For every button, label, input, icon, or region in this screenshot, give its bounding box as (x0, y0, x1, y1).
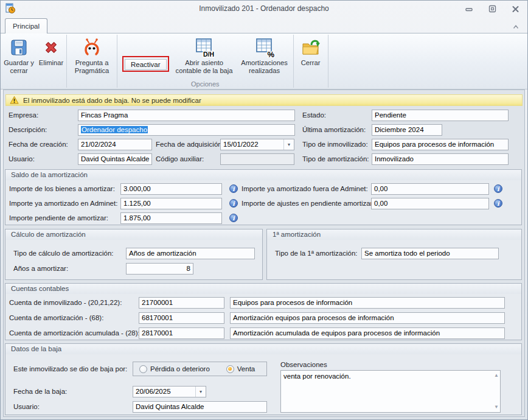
tab-strip: Principal (1, 16, 527, 33)
ultima-amortizacion-field[interactable]: Diciembre 2024 (372, 124, 442, 136)
pendiente-field[interactable]: 1.875,00 (120, 212, 222, 224)
radio-perdida[interactable]: Pérdida o deterioro (139, 365, 210, 373)
cuenta-desc-field[interactable]: Equipos para procesos de información (230, 297, 505, 309)
robot-icon (82, 37, 102, 58)
table-percent-icon: % (254, 37, 275, 58)
tipo-primera-field[interactable]: Se amortiza todo el periodo (361, 248, 499, 259)
scroll-up-icon[interactable]: ▲ (494, 373, 499, 379)
warning-text: El inmovilizado está dado de baja. No se… (23, 97, 201, 104)
open-entry-button[interactable]: D/H Abrir asiento contable de la baja (172, 34, 237, 80)
info-icon[interactable]: i (494, 184, 502, 193)
reactivar-button[interactable]: Reactivar (125, 59, 167, 70)
info-icon[interactable]: i (229, 184, 238, 193)
tipo-amortizacion-field[interactable]: Inmovilizado (372, 153, 509, 165)
fecha-creacion-field[interactable]: 21/02/2024 (78, 139, 152, 150)
tipo-inmovilizado-field[interactable]: Equipos para procesos de información (372, 139, 509, 150)
minimize-button[interactable] (464, 5, 474, 13)
warning-icon (10, 96, 19, 105)
saldo-row: Importe de los bienes a amortizar: 3.000… (5, 183, 521, 195)
form-row: Empresa: Fincas Pragma Estado: Pendiente (4, 110, 524, 121)
radio-venta[interactable]: Venta (226, 365, 255, 373)
scroll-down-icon[interactable]: ▼ (494, 404, 499, 410)
saldo-row: Importe pendiente de amortizar: 1.875,00… (5, 212, 521, 224)
adminet-label: Importe ya amortizado en Adminet: (9, 198, 117, 209)
primera-group: 1ª amortización Tipo de la 1ª amortizaci… (266, 229, 522, 280)
saldo-row: Importe ya amortizado en Adminet: 1.125,… (5, 198, 521, 209)
estado-field[interactable]: Pendiente (372, 110, 509, 121)
descripcion-label: Descripción: (9, 124, 47, 136)
cuenta-desc-field[interactable]: Amortización acumulada de equipos para p… (230, 327, 505, 339)
usuario-field[interactable]: David Quintas Alcalde (78, 153, 152, 165)
tab-principal[interactable]: Principal (5, 18, 47, 33)
ribbon-group-close: Cerrar (294, 33, 328, 89)
bienes-label: Importe de los bienes a amortizar: (9, 183, 115, 195)
tipo-amortizacion-label: Tipo de amortización: (302, 153, 369, 165)
ribbon-separator (328, 35, 328, 88)
dropdown-arrow-icon[interactable]: ▾ (195, 387, 206, 397)
svg-text:%: % (267, 50, 274, 58)
ribbon-group-main: Guardar y cerrar Eliminar (1, 33, 66, 89)
usuario-baja-label: Usuario: (13, 401, 40, 413)
codigo-auxiliar-field[interactable] (220, 153, 294, 165)
reactivar-annotation-box: Reactivar (122, 56, 169, 72)
cuenta-code-field[interactable]: 68170001 (139, 312, 224, 324)
descripcion-field[interactable]: Ordenador despacho (78, 124, 295, 136)
ask-pragmatica-button[interactable]: Pregunta a Pragmática (68, 34, 116, 80)
amortizations-button[interactable]: % Amortizaciones realizadas (237, 34, 293, 80)
anos-field[interactable]: 8 (126, 263, 193, 275)
radio-unchecked-icon (139, 365, 147, 373)
adminet-field[interactable]: 1.125,00 (120, 198, 222, 209)
close-button[interactable] (510, 5, 520, 13)
save-close-button[interactable]: Guardar y cerrar (1, 34, 36, 80)
app-window: Inmovilizado 201 - Ordenador despacho Pr… (0, 0, 528, 420)
ribbon-group-opciones: Reactivar D/H Abrir (117, 33, 293, 89)
fecha-baja-field[interactable]: 20/06/2025 ▾ (133, 386, 206, 397)
cuenta-code-field[interactable]: 21700001 (139, 297, 224, 309)
fuera-adminet-field[interactable]: 0,00 (371, 183, 489, 195)
tipo-primera-label: Tipo de la 1ª amortización: (275, 248, 358, 259)
fecha-baja-label: Fecha de la baja: (13, 386, 67, 397)
fecha-creacion-label: Fecha de creación: (9, 139, 68, 150)
info-icon[interactable]: i (494, 199, 502, 208)
cuenta-code-field[interactable]: 28170001 (139, 327, 224, 339)
primera-row: Tipo de la 1ª amortización: Se amortiza … (267, 248, 521, 259)
usuario-label: Usuario: (9, 153, 35, 165)
empresa-field[interactable]: Fincas Pragma (78, 110, 295, 121)
cuenta-desc-field[interactable]: Amortización equipos para procesos de in… (230, 312, 505, 324)
restore-button[interactable] (487, 5, 497, 13)
radio-checked-icon (226, 365, 234, 373)
usuario-baja-field[interactable]: David Quintas Alcalde (133, 401, 267, 413)
motivo-baja-label: Este inmovilizado se dio de baja por: (13, 363, 127, 375)
ultima-amortizacion-label: Última amortización: (302, 124, 366, 136)
delete-button[interactable]: Eliminar (36, 34, 66, 80)
ribbon-collapse-icon[interactable] (512, 23, 520, 31)
saldo-group: Saldo de la amortización Importe de los … (5, 169, 522, 225)
selected-text: Ordenador despacho (81, 126, 148, 133)
observaciones-label: Observaciones (280, 360, 327, 369)
ajustes-field[interactable]: 0,00 (371, 198, 489, 209)
fecha-adquisicion-field[interactable]: 15/01/2022 ▾ (220, 139, 294, 150)
calculo-row: Años a amortizar: 8 (5, 263, 262, 275)
minimize-icon (465, 5, 473, 13)
tipo-calculo-field[interactable]: Años de amortización (126, 248, 255, 259)
ajustes-label: Importe de ajustes en pendiente amortiza… (241, 198, 375, 209)
folder-exit-icon (300, 37, 321, 58)
titlebar: Inmovilizado 201 - Ordenador despacho (1, 1, 527, 16)
info-icon[interactable]: i (229, 214, 238, 222)
info-icon[interactable]: i (229, 199, 238, 208)
motivo-radio-panel: Pérdida o deterioro Venta (133, 362, 267, 376)
empresa-label: Empresa: (9, 110, 38, 121)
form-panel: El inmovilizado está dado de baja. No se… (3, 89, 525, 417)
cuenta-row: Cuenta de amortización - (68): 68170001 … (5, 312, 521, 324)
cuenta-row: Cuenta de amortización acumulada - (28):… (5, 327, 521, 339)
calculo-group-title: Cálculo de amortización (5, 229, 262, 240)
estado-label: Estado: (302, 110, 326, 121)
observaciones-textarea[interactable]: venta por renovación. ▲ ▼ (280, 370, 501, 413)
cuenta-label: Cuenta de inmovilizado - (20,21,22): (9, 297, 122, 309)
restore-icon (488, 5, 496, 13)
anos-label: Años a amortizar: (13, 263, 68, 275)
close-form-button[interactable]: Cerrar (294, 34, 327, 80)
bienes-field[interactable]: 3.000,00 (120, 183, 222, 195)
dropdown-arrow-icon[interactable]: ▾ (283, 139, 294, 150)
warning-banner: El inmovilizado está dado de baja. No se… (5, 94, 523, 106)
